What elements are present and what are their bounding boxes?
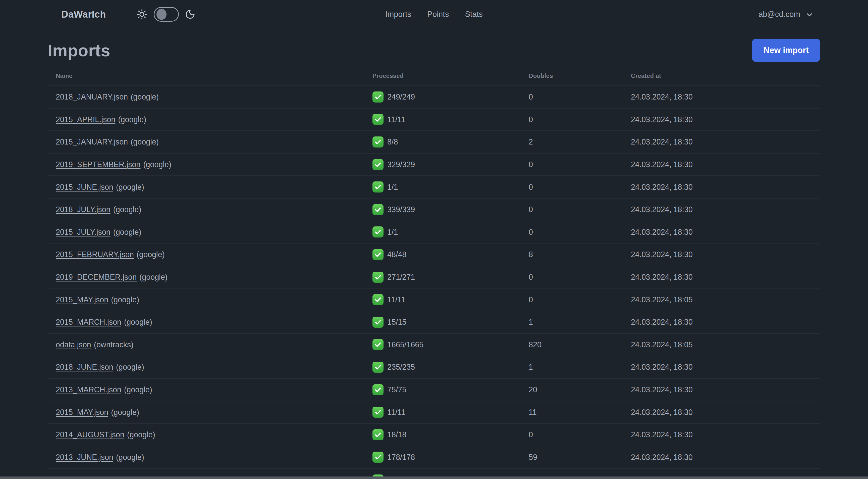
import-file-link[interactable]: 2015_FEBRUARY.json	[56, 250, 134, 259]
processed-cell: 15/15	[365, 317, 521, 328]
table-header-row: Name Processed Doubles Created at	[48, 66, 820, 86]
name-cell: 2015_FEBRUARY.json (google)	[48, 250, 365, 259]
processed-count: 1/1	[387, 228, 398, 237]
imports-page: Imports New import Name Processed Double…	[0, 38, 868, 479]
doubles-cell: 11	[521, 408, 623, 417]
table-body: 2018_JANUARY.json (google) 249/249 0 24.…	[48, 86, 820, 479]
processed-count: 235/235	[387, 363, 415, 371]
horizontal-scrollbar[interactable]	[0, 477, 868, 479]
check-icon	[372, 429, 383, 440]
table-row: 2015_FEBRUARY.json (google) 48/48 8 24.0…	[48, 243, 820, 266]
processed-cell: 271/271	[365, 272, 521, 283]
brand-logo[interactable]: DaWarIch	[61, 9, 106, 20]
doubles-cell: 0	[521, 92, 623, 101]
nav-link-imports[interactable]: Imports	[385, 10, 411, 19]
table-row: 2015_MARCH.json (google) 15/15 1 24.03.2…	[48, 311, 820, 334]
user-email: ab@cd.com	[758, 10, 800, 19]
processed-cell: 249/249	[365, 91, 521, 102]
doubles-cell: 1	[521, 318, 623, 326]
created-at-cell: 24.03.2024, 18:30	[623, 273, 820, 281]
processed-count: 271/271	[387, 273, 415, 281]
processed-count: 8/8	[387, 138, 398, 146]
created-at-cell: 24.03.2024, 18:30	[623, 430, 820, 439]
main-nav: Imports Points Stats	[385, 10, 483, 19]
doubles-cell: 20	[521, 385, 623, 394]
import-file-link[interactable]: 2015_MAY.json	[56, 408, 108, 417]
created-at-cell: 24.03.2024, 18:30	[623, 138, 820, 146]
new-import-button[interactable]: New import	[752, 39, 820, 62]
import-file-link[interactable]: 2015_JANUARY.json	[56, 138, 128, 146]
name-cell: odata.json (owntracks)	[48, 340, 365, 349]
moon-icon	[185, 9, 195, 20]
check-icon	[372, 227, 383, 238]
import-file-link[interactable]: odata.json	[56, 340, 91, 349]
created-at-cell: 24.03.2024, 18:30	[623, 250, 820, 259]
import-file-link[interactable]: 2019_DECEMBER.json	[56, 273, 136, 281]
import-file-link[interactable]: 2014_AUGUST.json	[56, 430, 124, 439]
processed-cell: 329/329	[365, 159, 521, 170]
processed-count: 11/11	[387, 408, 405, 417]
created-at-cell: 24.03.2024, 18:30	[623, 115, 820, 124]
import-file-link[interactable]: 2018_JANUARY.json	[56, 92, 128, 101]
table-row: 2015_JULY.json (google) 1/1 0 24.03.2024…	[48, 221, 820, 244]
column-header-created-at: Created at	[623, 72, 820, 80]
processed-cell: 48/48	[365, 249, 521, 260]
theme-toggle[interactable]	[154, 7, 179, 22]
doubles-cell: 0	[521, 273, 623, 281]
processed-cell: 11/11	[365, 114, 521, 125]
import-source-label: (google)	[140, 273, 167, 281]
table-row: 2018_JUNE.json (google) 235/235 1 24.03.…	[48, 356, 820, 379]
check-icon	[372, 91, 383, 102]
check-icon	[372, 181, 383, 192]
nav-link-points[interactable]: Points	[427, 10, 449, 19]
table-row: 2015_JUNE.json (google) 1/1 0 24.03.2024…	[48, 176, 820, 199]
import-file-link[interactable]: 2015_MARCH.json	[56, 318, 121, 326]
processed-cell: 339/339	[365, 204, 521, 215]
created-at-cell: 24.03.2024, 18:05	[623, 295, 820, 304]
table-row: 2019_SEPTEMBER.json (google) 329/329 0 2…	[48, 154, 820, 176]
import-file-link[interactable]: 2018_JUNE.json	[56, 363, 113, 371]
check-icon	[372, 339, 383, 350]
created-at-cell: 24.03.2024, 18:30	[623, 92, 820, 101]
import-file-link[interactable]: 2019_SEPTEMBER.json	[56, 160, 141, 169]
theme-toggle-knob	[156, 9, 166, 20]
name-cell: 2018_JUNE.json (google)	[48, 363, 365, 371]
check-icon	[372, 159, 383, 170]
import-file-link[interactable]: 2018_JULY.json	[56, 205, 111, 214]
processed-cell: 1/1	[365, 227, 521, 238]
import-source-label: (google)	[116, 363, 144, 371]
check-icon	[372, 294, 383, 305]
column-header-name: Name	[48, 72, 365, 80]
column-header-doubles: Doubles	[521, 72, 623, 80]
doubles-cell: 0	[521, 430, 623, 439]
created-at-cell: 24.03.2024, 18:30	[623, 160, 820, 169]
doubles-cell: 2	[521, 138, 623, 146]
chevron-down-icon	[805, 9, 814, 19]
import-source-label: (google)	[116, 183, 144, 191]
processed-cell: 1665/1665	[365, 339, 521, 350]
import-source-label: (google)	[127, 430, 155, 439]
name-cell: 2018_JULY.json (google)	[48, 205, 365, 214]
processed-count: 48/48	[387, 250, 406, 259]
name-cell: 2015_MAY.json (google)	[48, 408, 365, 417]
name-cell: 2014_AUGUST.json (google)	[48, 430, 365, 439]
name-cell: 2015_JUNE.json (google)	[48, 183, 365, 191]
import-file-link[interactable]: 2015_JULY.json	[56, 228, 111, 237]
nav-link-stats[interactable]: Stats	[465, 10, 483, 19]
import-file-link[interactable]: 2013_MARCH.json	[56, 385, 121, 394]
table-row: 2018_JULY.json (google) 339/339 0 24.03.…	[48, 199, 820, 221]
processed-cell: 11/11	[365, 294, 521, 305]
theme-toggle-group	[136, 7, 195, 22]
import-file-link[interactable]: 2015_MAY.json	[56, 295, 108, 304]
import-source-label: (google)	[111, 295, 139, 304]
import-file-link[interactable]: 2015_JUNE.json	[56, 183, 113, 191]
check-icon	[372, 384, 383, 395]
doubles-cell: 0	[521, 228, 623, 237]
doubles-cell: 0	[521, 115, 623, 124]
user-menu[interactable]: ab@cd.com	[758, 9, 814, 19]
table-row: 2013_JUNE.json (google) 178/178 59 24.03…	[48, 446, 820, 469]
import-file-link[interactable]: 2015_APRIL.json	[56, 115, 115, 124]
doubles-cell: 1	[521, 363, 623, 371]
import-file-link[interactable]: 2013_JUNE.json	[56, 453, 113, 462]
sun-icon	[136, 8, 148, 20]
